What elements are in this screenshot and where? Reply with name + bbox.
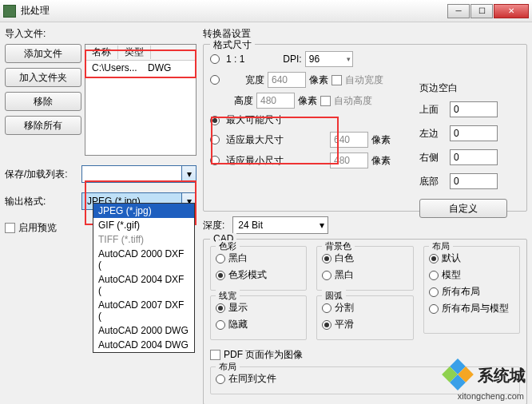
save-load-select[interactable]: ▾ bbox=[81, 165, 197, 183]
radio-lw-hide[interactable] bbox=[216, 320, 225, 330]
watermark-url: xitongcheng.com bbox=[458, 391, 524, 401]
format-size-title: 格式尺寸 bbox=[210, 38, 255, 52]
radio-bg-black[interactable] bbox=[322, 271, 332, 280]
dropdown-option[interactable]: AutoCAD 2007 DXF ( bbox=[93, 298, 194, 323]
output-format-dropdown[interactable]: JPEG (*.jpg) GIF (*.gif) TIFF (*.tiff) A… bbox=[93, 203, 195, 353]
app-icon bbox=[3, 5, 16, 18]
enable-preview-label: 启用预览 bbox=[18, 221, 57, 235]
radio-layout-all[interactable] bbox=[429, 287, 439, 297]
dpi-select[interactable]: 96▾ bbox=[305, 51, 353, 67]
radio-arc-smooth[interactable] bbox=[322, 320, 332, 330]
custom-button[interactable]: 自定义 bbox=[419, 199, 507, 218]
pdf-as-image-checkbox[interactable] bbox=[210, 350, 220, 360]
col-name: 名称 bbox=[85, 46, 118, 59]
close-button[interactable]: ✕ bbox=[494, 4, 529, 18]
radio-fit-max[interactable] bbox=[210, 135, 220, 145]
depth-label: 深度: bbox=[203, 219, 224, 232]
fit-min-input[interactable]: 480 bbox=[330, 152, 368, 168]
output-format-label: 输出格式: bbox=[5, 195, 77, 208]
add-file-button[interactable]: 添加文件 bbox=[5, 44, 81, 63]
file-list[interactable]: 名称 类型 C:\Users... DWG bbox=[85, 44, 197, 156]
margins-panel: 页边空白 上面0 左边0 右侧0 底部0 自定义 bbox=[419, 81, 515, 218]
save-load-label: 保存/加载列表: bbox=[5, 168, 77, 181]
depth-select[interactable]: 24 Bit▾ bbox=[232, 216, 328, 234]
dropdown-option[interactable]: AutoCAD 2004 DWG bbox=[93, 338, 194, 352]
auto-width-checkbox[interactable] bbox=[332, 75, 342, 85]
margin-right-input[interactable]: 0 bbox=[450, 149, 498, 165]
file-name: C:\Users... bbox=[92, 62, 148, 73]
file-row[interactable]: C:\Users... DWG bbox=[85, 61, 196, 75]
remove-all-button[interactable]: 移除所有 bbox=[5, 116, 81, 135]
radio-lw-show[interactable] bbox=[216, 303, 225, 313]
enable-preview-checkbox[interactable] bbox=[5, 223, 15, 233]
margin-left-input[interactable]: 0 bbox=[450, 125, 498, 141]
col-type: 类型 bbox=[118, 46, 151, 59]
radio-1to1[interactable] bbox=[210, 54, 220, 64]
radio-savetofile[interactable] bbox=[216, 374, 225, 384]
radio-arc-seg[interactable] bbox=[322, 303, 332, 313]
add-folder-button[interactable]: 加入文件夹 bbox=[5, 68, 81, 87]
margin-bottom-input[interactable]: 0 bbox=[450, 173, 498, 189]
radio-color-mode[interactable] bbox=[216, 271, 225, 280]
radio-bw[interactable] bbox=[216, 254, 225, 263]
dropdown-option[interactable]: TIFF (*.tiff) bbox=[93, 232, 194, 247]
chevron-down-icon: ▾ bbox=[181, 166, 196, 182]
dropdown-option[interactable]: GIF (*.gif) bbox=[93, 218, 194, 232]
dropdown-option[interactable]: AutoCAD 2000 DXF ( bbox=[93, 247, 194, 272]
dropdown-option[interactable]: AutoCAD 2004 DXF ( bbox=[93, 272, 194, 298]
window-title: 批处理 bbox=[21, 4, 447, 18]
radio-wh[interactable] bbox=[210, 75, 220, 85]
format-size-group: 格式尺寸 1 : 1 DPI: 96▾ 宽度 640 像素 自动宽度 高度 48… bbox=[203, 44, 527, 212]
margins-title: 页边空白 bbox=[419, 81, 515, 95]
radio-bg-white[interactable] bbox=[322, 254, 332, 263]
radio-layout-model[interactable] bbox=[429, 271, 439, 280]
auto-height-checkbox[interactable] bbox=[320, 96, 331, 106]
watermark-text: 系统城 bbox=[478, 365, 526, 386]
width-input[interactable]: 640 bbox=[268, 72, 306, 88]
radio-fit-min[interactable] bbox=[210, 156, 220, 165]
remove-button[interactable]: 移除 bbox=[5, 92, 81, 111]
height-input[interactable]: 480 bbox=[256, 93, 295, 109]
fit-max-input[interactable]: 640 bbox=[330, 132, 368, 148]
watermark-logo bbox=[444, 361, 473, 390]
dropdown-option[interactable]: AutoCAD 2000 DWG bbox=[93, 323, 194, 338]
file-list-header: 名称 类型 bbox=[85, 45, 196, 61]
minimize-button[interactable]: ─ bbox=[447, 4, 470, 18]
file-type: DWG bbox=[148, 62, 171, 73]
radio-layout-allmodel[interactable] bbox=[429, 304, 439, 314]
margin-top-input[interactable]: 0 bbox=[450, 101, 498, 117]
import-label: 导入文件: bbox=[5, 27, 197, 41]
maximize-button[interactable]: ☐ bbox=[470, 4, 493, 18]
watermark: 系统城 bbox=[444, 361, 526, 390]
dropdown-option[interactable]: JPEG (*.jpg) bbox=[93, 204, 194, 218]
radio-layout-default[interactable] bbox=[429, 254, 439, 263]
titlebar: 批处理 ─ ☐ ✕ bbox=[0, 0, 532, 22]
radio-max-possible[interactable] bbox=[210, 116, 220, 125]
